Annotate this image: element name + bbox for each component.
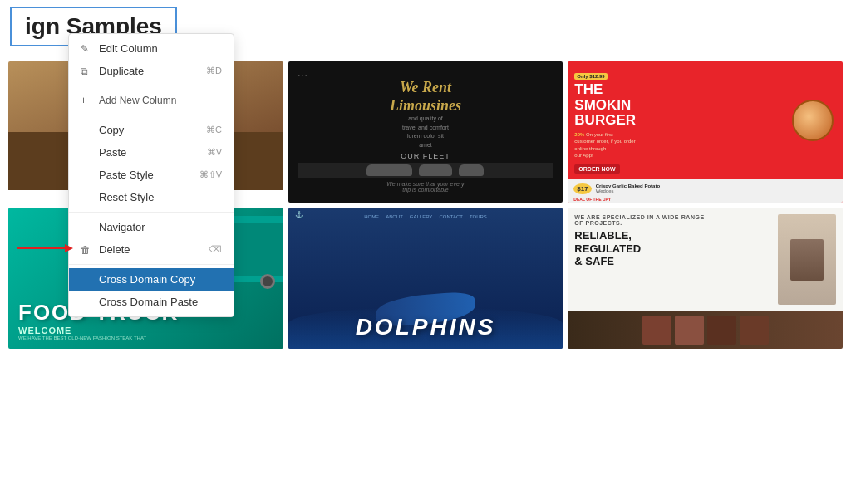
menu-item-edit-column[interactable]: ✎ Edit Column bbox=[69, 37, 234, 60]
menu-divider-4 bbox=[69, 264, 234, 265]
menu-item-paste[interactable]: Paste ⌘V bbox=[69, 141, 234, 164]
menu-item-cross-domain-copy[interactable]: Cross Domain Copy bbox=[69, 268, 234, 291]
svg-marker-1 bbox=[65, 244, 73, 252]
menu-item-navigator[interactable]: Navigator bbox=[69, 216, 234, 238]
reliable-bottom-img2 bbox=[675, 316, 704, 345]
reliable-bottom-img1 bbox=[642, 316, 671, 345]
copy-label: Copy bbox=[99, 124, 124, 136]
burger-deal-row: Deal Of The Day Quinoa & Black Bean Burg… bbox=[573, 197, 837, 203]
copy-shortcut: ⌘C bbox=[206, 125, 222, 135]
dolphins-logo: ⚓ bbox=[295, 211, 303, 218]
add-column-icon: + bbox=[81, 95, 92, 106]
paste-style-shortcut: ⌘⇧V bbox=[199, 169, 222, 180]
reliable-text: WE ARE SPECIALIZED IN A WIDE-RANGEOF PRO… bbox=[574, 214, 773, 305]
dolphins-title: DOLPHINS bbox=[356, 314, 496, 340]
reliable-image bbox=[778, 214, 836, 305]
delete-label: Delete bbox=[99, 243, 130, 256]
limo-nav: ··· bbox=[298, 71, 309, 79]
arrow-svg bbox=[17, 240, 75, 257]
duplicate-shortcut: ⌘D bbox=[206, 66, 222, 76]
burger-secondary-section: $17 Crispy Garlic Baked Potato Wedges De… bbox=[568, 179, 843, 203]
duplicate-label: Duplicate bbox=[99, 65, 144, 77]
cross-domain-paste-label: Cross Domain Paste bbox=[99, 296, 198, 308]
grid-item-limo[interactable]: ··· We RentLimousines and quality oftrav… bbox=[288, 61, 563, 203]
burger-deal-name: Quinoa & Black Bean Burger bbox=[573, 202, 642, 203]
reliable-bottom bbox=[568, 311, 843, 349]
burger-circle-img bbox=[792, 100, 834, 141]
burger-top-section: Only $12.99 TheSmokinBurger 20% On your … bbox=[568, 61, 843, 179]
truck-wheel-2 bbox=[260, 274, 275, 289]
duplicate-icon: ⧉ bbox=[81, 66, 92, 77]
foodtruck-welcome: WELCOME bbox=[18, 325, 273, 335]
menu-item-delete[interactable]: 🗑 Delete ⌫ bbox=[69, 238, 234, 261]
main-container: ign Samples $ 4.55 Cappuccino $ 3.25 Caf… bbox=[0, 0, 851, 504]
limo-car-display bbox=[298, 163, 553, 178]
burger-cta[interactable]: ORDER NOW bbox=[574, 164, 619, 174]
burger-image bbox=[790, 66, 836, 174]
burger-price-badge: Only $12.99 bbox=[574, 73, 607, 80]
menu-item-add-column[interactable]: + Add New Column bbox=[69, 90, 234, 111]
navigator-label: Navigator bbox=[99, 221, 145, 233]
limo-fleet-label: Our Fleet bbox=[401, 152, 450, 160]
dolphins-nav: HOME ABOUT GALLERY CONTACT TOURS bbox=[288, 214, 563, 219]
menu-item-copy[interactable]: Copy ⌘C bbox=[69, 119, 234, 141]
reliable-bottom-img4 bbox=[740, 316, 769, 345]
limo-desc: and quality oftravel and comfortlorem do… bbox=[402, 115, 449, 149]
paste-style-label: Paste Style bbox=[99, 169, 154, 181]
foodtruck-tagline: WE HAVE THE BEST OLD-NEW FASHION STEAK T… bbox=[18, 335, 273, 340]
edit-column-label: Edit Column bbox=[99, 42, 158, 55]
reset-style-label: Reset Style bbox=[99, 191, 154, 203]
burger-secondary-desc: Wedges bbox=[596, 188, 660, 193]
paste-shortcut: ⌘V bbox=[207, 147, 222, 158]
burger-promo: 20% On your firstcustomer order, if you … bbox=[574, 131, 785, 159]
paste-label: Paste bbox=[99, 146, 126, 159]
limo-trip-text: We make sure that your everytrip is comf… bbox=[386, 181, 464, 193]
car-shape-3 bbox=[459, 164, 484, 176]
menu-divider-1 bbox=[69, 86, 234, 86]
menu-divider-2 bbox=[69, 115, 234, 115]
burger-text: Only $12.99 TheSmokinBurger 20% On your … bbox=[574, 66, 785, 174]
cross-domain-copy-label: Cross Domain Copy bbox=[99, 273, 195, 286]
menu-item-paste-style[interactable]: Paste Style ⌘⇧V bbox=[69, 164, 234, 186]
car-shape-2 bbox=[419, 164, 452, 176]
grid-item-dolphins[interactable]: HOME ABOUT GALLERY CONTACT TOURS ⚓ DOLPH… bbox=[288, 208, 563, 349]
menu-item-reset-style[interactable]: Reset Style bbox=[69, 186, 234, 208]
reliable-img-placeholder bbox=[790, 239, 824, 281]
car-shape-1 bbox=[366, 164, 412, 176]
reliable-title: RELIABLE,REGULATED& SAFE bbox=[574, 229, 773, 268]
menu-item-cross-domain-paste[interactable]: Cross Domain Paste bbox=[69, 291, 234, 313]
reliable-main: WE ARE SPECIALIZED IN A WIDE-RANGEOF PRO… bbox=[568, 208, 843, 311]
burger-secondary-item: Crispy Garlic Baked Potato Wedges bbox=[596, 183, 660, 193]
add-column-label: Add New Column bbox=[99, 95, 176, 106]
arrow-indicator bbox=[17, 240, 75, 260]
burger-secondary-row1: $17 Crispy Garlic Baked Potato Wedges bbox=[573, 183, 837, 194]
burger-deal-info: Deal Of The Day Quinoa & Black Bean Burg… bbox=[573, 197, 642, 203]
reliable-bottom-img3 bbox=[707, 316, 736, 345]
context-menu: ✎ Edit Column ⧉ Duplicate ⌘D + Add New C… bbox=[68, 33, 234, 317]
burger-title: TheSmokinBurger bbox=[574, 82, 785, 129]
burger-dollar-badge: $17 bbox=[573, 183, 591, 194]
edit-column-icon: ✎ bbox=[81, 43, 92, 55]
menu-item-duplicate[interactable]: ⧉ Duplicate ⌘D bbox=[69, 60, 234, 82]
reliable-tagline: WE ARE SPECIALIZED IN A WIDE-RANGEOF PRO… bbox=[574, 214, 773, 226]
menu-divider-3 bbox=[69, 212, 234, 213]
limo-headline: We RentLimousines bbox=[390, 79, 461, 115]
grid-item-reliable[interactable]: WE ARE SPECIALIZED IN A WIDE-RANGEOF PRO… bbox=[568, 208, 843, 349]
delete-shortcut: ⌫ bbox=[209, 244, 222, 255]
grid-item-burger[interactable]: Only $12.99 TheSmokinBurger 20% On your … bbox=[568, 61, 843, 203]
delete-icon: 🗑 bbox=[81, 244, 92, 256]
